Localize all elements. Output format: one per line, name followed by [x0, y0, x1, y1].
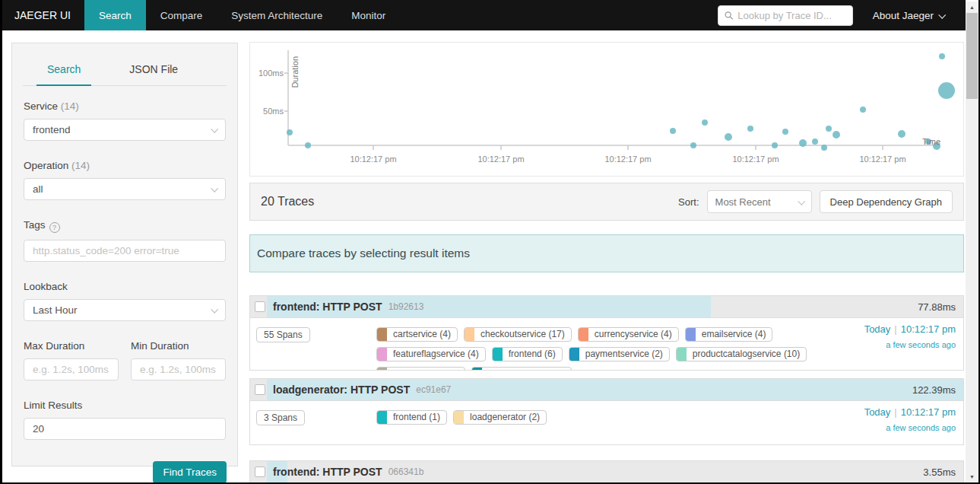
y-axis-tick: 100ms: [250, 68, 284, 78]
trace-result-card[interactable]: frontend: HTTP POST 1b92613 77.88ms 55 S…: [249, 295, 964, 371]
sidebar-tabs: Search JSON File: [23, 56, 227, 86]
service-tag: emailservice (4): [685, 327, 773, 342]
trace-card-header[interactable]: loadgenerator: HTTP POST ec91e67 122.39m…: [250, 379, 963, 401]
scatter-point[interactable]: [690, 142, 696, 148]
trace-duration: 122.39ms: [912, 384, 956, 396]
scatter-point[interactable]: [799, 139, 807, 147]
scatter-point[interactable]: [305, 142, 311, 148]
jaeger-page: JAEGER UI Search Compare System Architec…: [2, 0, 978, 482]
trace-time: 10:12:17 pm: [901, 406, 956, 418]
limit-results-input[interactable]: [24, 418, 226, 440]
service-color-strip: [686, 328, 696, 341]
service-color-strip: [377, 411, 387, 424]
scatter-point[interactable]: [898, 130, 905, 138]
x-axis-tick: 10:12:17 pm: [594, 154, 662, 164]
scatter-point[interactable]: [860, 107, 866, 113]
service-color-strip: [377, 328, 387, 341]
service-color-strip: [493, 348, 503, 361]
service-color-strip: [377, 368, 387, 371]
operation-label: Operation (14): [24, 160, 226, 171]
scroll-up-arrow[interactable]: ▲: [966, 2, 978, 13]
trace-card-header[interactable]: frontend: HTTP POST 1b92613 77.88ms: [250, 296, 963, 318]
trace-card-header[interactable]: frontend: HTTP POST 066341b 3.55ms: [250, 461, 963, 482]
service-select-value: frontend: [33, 124, 71, 135]
about-jaeger-menu[interactable]: About Jaeger: [873, 10, 944, 21]
service-tag: featureflagservice (4): [376, 347, 486, 361]
tab-search[interactable]: Search: [36, 56, 91, 86]
nav-item-monitor[interactable]: Monitor: [337, 0, 400, 30]
trace-lookup-input[interactable]: [737, 10, 845, 21]
tags-label: Tags?: [24, 219, 226, 233]
x-axis-tick: 10:12:17 pm: [722, 154, 790, 164]
service-tag: checkoutservice (17): [464, 327, 572, 342]
nav-item-system-architecture[interactable]: System Architecture: [217, 0, 337, 30]
trace-duration: 3.55ms: [923, 466, 956, 478]
service-tag: productcatalogservice (10): [676, 347, 807, 361]
scrollbar-thumb[interactable]: [966, 13, 978, 99]
scatter-point[interactable]: [747, 126, 753, 132]
vertical-scrollbar[interactable]: ▲ ▼: [966, 2, 978, 482]
lookback-label: Lookback: [24, 281, 226, 292]
service-tag: paymentservice (2): [569, 347, 670, 361]
help-icon[interactable]: ?: [49, 222, 60, 233]
chevron-down-icon: [798, 197, 805, 205]
max-duration-input[interactable]: [24, 358, 119, 381]
trace-checkbox[interactable]: [255, 384, 265, 395]
trace-title: loadgenerator: HTTP POST: [273, 384, 410, 396]
lookback-select[interactable]: Last Hour: [24, 299, 226, 321]
trace-time: 10:12:17 pm: [901, 323, 956, 335]
duration-scatter-chart: 100ms 50ms Duration Time 10:12:17 pm 10:…: [249, 42, 964, 177]
scroll-down-arrow[interactable]: ▼: [966, 471, 978, 482]
scatter-point[interactable]: [821, 145, 827, 151]
limit-results-label: Limit Results: [24, 400, 226, 411]
service-select[interactable]: frontend: [24, 119, 226, 141]
top-nav: JAEGER UI Search Compare System Architec…: [2, 0, 966, 30]
scatter-point[interactable]: [782, 129, 788, 135]
nav-item-compare[interactable]: Compare: [146, 0, 217, 30]
scatter-point[interactable]: [938, 82, 955, 99]
sort-select[interactable]: Most Recent: [707, 190, 812, 213]
service-tag: quoteservice (2): [376, 367, 465, 371]
scatter-point[interactable]: [833, 131, 840, 139]
scatter-point[interactable]: [702, 119, 708, 126]
service-label: Service (14): [24, 100, 226, 112]
y-axis-label: Duration: [290, 56, 300, 88]
deep-dependency-graph-button[interactable]: Deep Dependency Graph: [820, 190, 953, 213]
trace-card-body: 55 Spans cartservice (4) checkoutservice…: [250, 318, 963, 371]
chevron-down-icon: [211, 306, 218, 314]
span-count-badge: 55 Spans: [256, 327, 310, 342]
trace-title: frontend: HTTP POST: [273, 301, 382, 313]
scatter-point[interactable]: [772, 142, 778, 148]
scatter-point[interactable]: [670, 128, 676, 134]
trace-duration: 77.88ms: [918, 301, 956, 313]
x-axis-tick: 10:12:17 pm: [339, 154, 408, 164]
trace-result-card[interactable]: frontend: HTTP POST 066341b 3.55ms: [249, 460, 964, 482]
trace-card-body: 3 Spans frontend (1) loadgenerator (2) T…: [250, 401, 963, 425]
trace-title: frontend: HTTP POST: [273, 466, 382, 478]
find-traces-button[interactable]: Find Traces: [153, 461, 227, 482]
brand-link[interactable]: JAEGER UI: [2, 0, 84, 30]
nav-item-search[interactable]: Search: [84, 0, 146, 30]
tab-json-file[interactable]: JSON File: [119, 56, 189, 85]
scatter-point[interactable]: [812, 139, 818, 145]
search-sidebar: Search JSON File Service (14) frontend O…: [11, 43, 238, 466]
trace-result-card[interactable]: loadgenerator: HTTP POST ec91e67 122.39m…: [249, 378, 964, 445]
service-tag: frontend (1): [376, 410, 447, 425]
service-tags: cartservice (4) checkoutservice (17) cur…: [376, 327, 874, 371]
trace-checkbox[interactable]: [255, 301, 265, 312]
service-color-strip: [677, 348, 687, 361]
scatter-point[interactable]: [287, 129, 293, 135]
trace-checkbox[interactable]: [255, 466, 265, 477]
tags-input[interactable]: [24, 240, 226, 262]
x-axis-tick: 10:12:17 pm: [467, 154, 535, 164]
scatter-point[interactable]: [826, 126, 832, 132]
operation-select[interactable]: all: [24, 178, 226, 200]
service-color-strip: [377, 348, 387, 361]
scatter-point[interactable]: [939, 53, 945, 59]
min-duration-input[interactable]: [131, 358, 226, 381]
service-color-strip: [569, 348, 579, 361]
trace-dates: Today|10:12:17 pm a few seconds ago: [864, 323, 956, 349]
x-axis-tick: 10:12:17 pm: [848, 154, 917, 164]
scatter-point[interactable]: [725, 133, 732, 141]
service-color-strip: [472, 368, 482, 371]
